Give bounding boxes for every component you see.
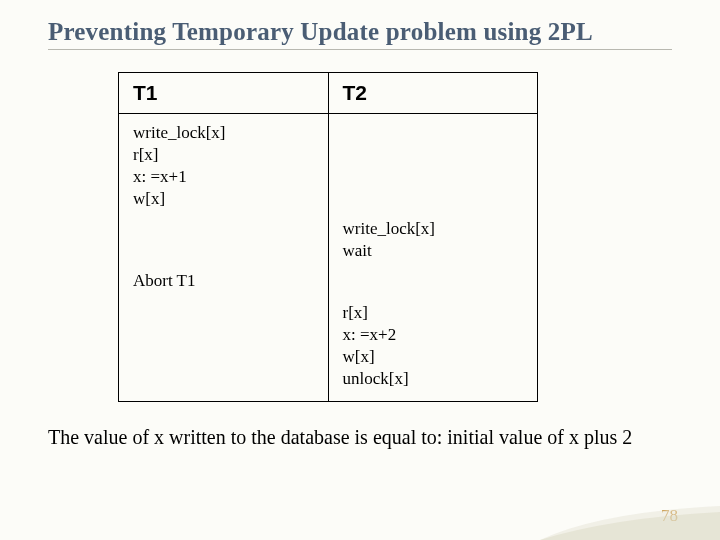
decorative-swoosh [540, 504, 720, 540]
t2-ops-2: r[x] x: =x+2 w[x] unlock[x] [343, 302, 524, 390]
t1-abort: Abort T1 [133, 270, 314, 292]
transaction-table: T1 T2 write_lock[x] r[x] x: =x+1 w[x] Ab… [118, 72, 538, 402]
t1-ops-1: write_lock[x] r[x] x: =x+1 w[x] [133, 122, 314, 210]
col-header-t2: T2 [328, 73, 538, 114]
t2-ops-1: write_lock[x] wait [343, 218, 524, 262]
page-number: 78 [661, 506, 678, 526]
slide-title: Preventing Temporary Update problem usin… [48, 18, 672, 50]
cell-t1: write_lock[x] r[x] x: =x+1 w[x] Abort T1 [119, 114, 329, 402]
cell-t2: write_lock[x] wait r[x] x: =x+2 w[x] unl… [328, 114, 538, 402]
col-header-t1: T1 [119, 73, 329, 114]
conclusion-text: The value of x written to the database i… [48, 424, 672, 450]
